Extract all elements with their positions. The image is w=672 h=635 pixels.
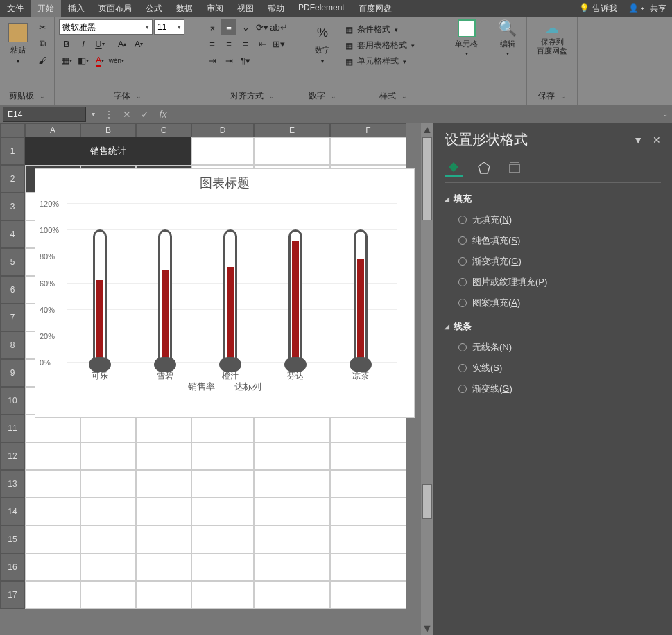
row-header[interactable]: 16 xyxy=(0,553,25,581)
row-header[interactable]: 8 xyxy=(0,331,25,359)
scroll-thumb[interactable] xyxy=(422,137,432,220)
font-name-combo[interactable]: 微软雅黑▾ xyxy=(59,19,153,35)
tab-home[interactable]: 开始 xyxy=(31,0,61,17)
tab-formula[interactable]: 公式 xyxy=(139,0,169,17)
row-header[interactable]: 11 xyxy=(0,415,25,442)
cell[interactable] xyxy=(254,525,330,553)
cut-button[interactable]: ✂ xyxy=(35,19,50,35)
rtl[interactable]: ¶▾ xyxy=(238,53,253,68)
cell[interactable] xyxy=(80,553,136,581)
shrink-font-button[interactable]: A▾ xyxy=(131,36,146,51)
cell[interactable] xyxy=(254,137,330,165)
cell[interactable] xyxy=(25,525,80,553)
row-header[interactable]: 7 xyxy=(0,304,25,331)
pane-close-icon[interactable]: ✕ xyxy=(653,134,661,146)
cell[interactable] xyxy=(330,470,406,498)
cell[interactable] xyxy=(136,415,191,442)
tab-data[interactable]: 数据 xyxy=(169,0,200,17)
cell[interactable] xyxy=(191,415,254,442)
size-tab[interactable] xyxy=(506,159,524,177)
cell[interactable] xyxy=(25,470,80,498)
row-header[interactable]: 5 xyxy=(0,248,25,276)
cell[interactable] xyxy=(254,470,330,498)
cell[interactable] xyxy=(330,553,406,581)
cell[interactable] xyxy=(191,553,254,581)
namebox-dropdown[interactable]: ▾ xyxy=(86,110,100,118)
cell[interactable] xyxy=(80,525,136,553)
cell[interactable] xyxy=(136,470,191,498)
cell[interactable] xyxy=(136,553,191,581)
opt-gradient-fill[interactable]: 渐变填充(G) xyxy=(445,251,661,272)
row-header[interactable]: 15 xyxy=(0,525,25,553)
align-right[interactable]: ≡ xyxy=(238,36,253,51)
row-header[interactable]: 9 xyxy=(0,359,25,387)
opt-solid-fill[interactable]: 纯色填充(S) xyxy=(445,230,661,251)
cell[interactable] xyxy=(254,498,330,525)
cell[interactable] xyxy=(80,442,136,470)
scroll-thumb2[interactable] xyxy=(422,484,432,519)
cell-style[interactable]: ▦单元格样式▾ xyxy=(345,54,406,69)
opt-no-fill[interactable]: 无填充(N) xyxy=(445,209,661,230)
legend-item[interactable]: 销售率 xyxy=(188,381,215,392)
save-baidu-button[interactable]: ☁保存到 百度网盘 xyxy=(531,19,573,55)
tab-baidu[interactable]: 百度网盘 xyxy=(352,0,399,17)
scroll-up-icon[interactable]: ▲ xyxy=(421,123,433,136)
col-header[interactable]: F xyxy=(330,123,406,137)
merge-button[interactable]: ⊞▾ xyxy=(271,36,286,51)
spreadsheet[interactable]: A B C D E F 1销售统计2名称销售率达标列34567891011121… xyxy=(0,123,433,635)
cell[interactable] xyxy=(136,498,191,525)
cell[interactable] xyxy=(136,137,191,165)
col-header[interactable]: E xyxy=(254,123,330,137)
vertical-scrollbar[interactable]: ▲ ▼ xyxy=(421,123,433,635)
share-button[interactable]: 👤﹢共享 xyxy=(623,0,672,17)
row-header[interactable]: 14 xyxy=(0,498,25,525)
cell[interactable] xyxy=(136,525,191,553)
expand-formula-bar[interactable]: ⌄ xyxy=(658,110,672,118)
align-left[interactable]: ≡ xyxy=(205,36,220,51)
col-header[interactable]: A xyxy=(25,123,80,137)
row-header[interactable]: 17 xyxy=(0,581,25,609)
chart-title[interactable]: 图表标题 xyxy=(35,169,414,197)
wrap-text[interactable]: ab↵ xyxy=(271,19,286,35)
align-bottom[interactable]: ⌄ xyxy=(238,19,253,35)
legend-item[interactable]: 达标列 xyxy=(234,381,261,392)
cell[interactable] xyxy=(191,525,254,553)
copy-button[interactable]: ⧉ xyxy=(35,36,50,51)
cell[interactable] xyxy=(80,470,136,498)
cell[interactable] xyxy=(191,498,254,525)
row-header[interactable]: 1 xyxy=(0,137,25,165)
cell[interactable] xyxy=(254,581,330,609)
phonetic-button[interactable]: wén▾ xyxy=(109,53,124,68)
row-header[interactable]: 3 xyxy=(0,193,25,220)
grow-font-button[interactable]: A▴ xyxy=(114,36,130,51)
cell[interactable] xyxy=(25,498,80,525)
fx-icon[interactable]: fx xyxy=(154,109,172,120)
cell[interactable] xyxy=(191,137,254,165)
cell[interactable] xyxy=(330,581,406,609)
cell[interactable] xyxy=(254,415,330,442)
cell[interactable] xyxy=(254,553,330,581)
tab-help[interactable]: 帮助 xyxy=(261,0,291,17)
cell[interactable] xyxy=(191,581,254,609)
cell[interactable] xyxy=(136,442,191,470)
opt-solid-line[interactable]: 实线(S) xyxy=(445,358,661,379)
cell[interactable] xyxy=(80,498,136,525)
section-line[interactable]: 线条 xyxy=(445,320,661,333)
tab-view[interactable]: 视图 xyxy=(230,0,261,17)
name-box[interactable]: E14 xyxy=(3,107,86,122)
opt-gradient-line[interactable]: 渐变线(G) xyxy=(445,379,661,399)
opt-picture-fill[interactable]: 图片或纹理填充(P) xyxy=(445,272,661,293)
opt-pattern-fill[interactable]: 图案填充(A) xyxy=(445,293,661,313)
col-header[interactable]: B xyxy=(80,123,136,137)
row-header[interactable]: 4 xyxy=(0,220,25,248)
font-size-combo[interactable]: 11▾ xyxy=(154,19,184,35)
font-color-button[interactable]: A▾ xyxy=(92,53,107,68)
underline-button[interactable]: U▾ xyxy=(92,36,107,51)
tab-pdf[interactable]: PDFelement xyxy=(291,0,352,17)
edit-button[interactable]: 🔍编辑▾ xyxy=(492,19,522,57)
row-header[interactable]: 13 xyxy=(0,470,25,498)
number-format-button[interactable]: % 数字▾ xyxy=(309,19,336,68)
orientation[interactable]: ⟳▾ xyxy=(255,19,270,35)
cell[interactable] xyxy=(330,442,406,470)
row-header[interactable]: 6 xyxy=(0,276,25,304)
